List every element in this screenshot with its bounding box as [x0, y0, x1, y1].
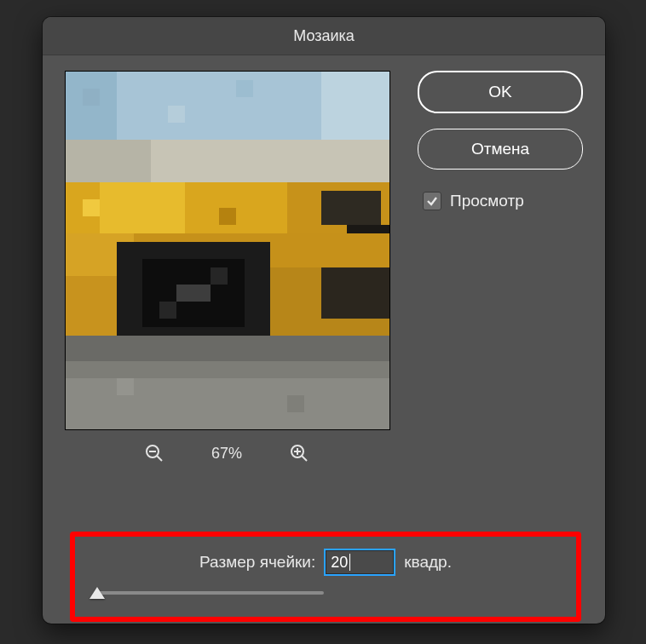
svg-rect-24	[83, 199, 100, 216]
ok-button[interactable]: OK	[418, 71, 583, 113]
svg-rect-18	[66, 336, 389, 361]
preview-checkbox[interactable]	[423, 192, 441, 210]
svg-rect-27	[211, 267, 228, 285]
dialog-titlebar: Мозаика	[43, 17, 605, 55]
dialog-title: Мозаика	[293, 27, 355, 45]
cancel-button[interactable]: Отмена	[418, 129, 583, 170]
cell-size-value: 20	[331, 554, 348, 572]
svg-rect-29	[287, 395, 304, 412]
svg-rect-23	[236, 80, 253, 97]
cancel-button-label: Отмена	[471, 140, 529, 158]
cell-size-input[interactable]: 20	[324, 549, 395, 576]
svg-line-31	[157, 456, 162, 461]
svg-rect-8	[321, 191, 381, 225]
cell-size-unit: квадр.	[404, 553, 452, 572]
cell-size-slider[interactable]	[94, 591, 324, 595]
svg-rect-2	[321, 72, 389, 140]
preview-checkbox-label: Просмотр	[450, 192, 524, 210]
svg-rect-20	[66, 361, 389, 378]
mosaic-dialog: Мозаика	[43, 17, 605, 624]
svg-rect-25	[219, 208, 236, 225]
cell-size-panel: Размер ячейки: 20 квадр.	[70, 532, 581, 622]
zoom-out-icon[interactable]	[143, 442, 165, 464]
ok-button-label: OK	[488, 83, 511, 101]
svg-line-34	[302, 456, 307, 461]
svg-rect-28	[117, 378, 134, 395]
preview-image[interactable]	[65, 71, 390, 430]
cell-size-label: Размер ячейки:	[199, 553, 315, 572]
zoom-in-icon[interactable]	[288, 442, 310, 464]
svg-rect-14	[176, 285, 211, 302]
svg-rect-15	[66, 276, 117, 336]
svg-rect-17	[321, 267, 389, 319]
svg-rect-26	[159, 302, 176, 319]
zoom-level: 67%	[211, 445, 242, 463]
slider-thumb-icon[interactable]	[89, 587, 105, 599]
svg-rect-21	[83, 89, 100, 106]
svg-rect-22	[168, 106, 185, 123]
zoom-controls: 67%	[65, 442, 389, 464]
svg-rect-6	[100, 182, 185, 233]
